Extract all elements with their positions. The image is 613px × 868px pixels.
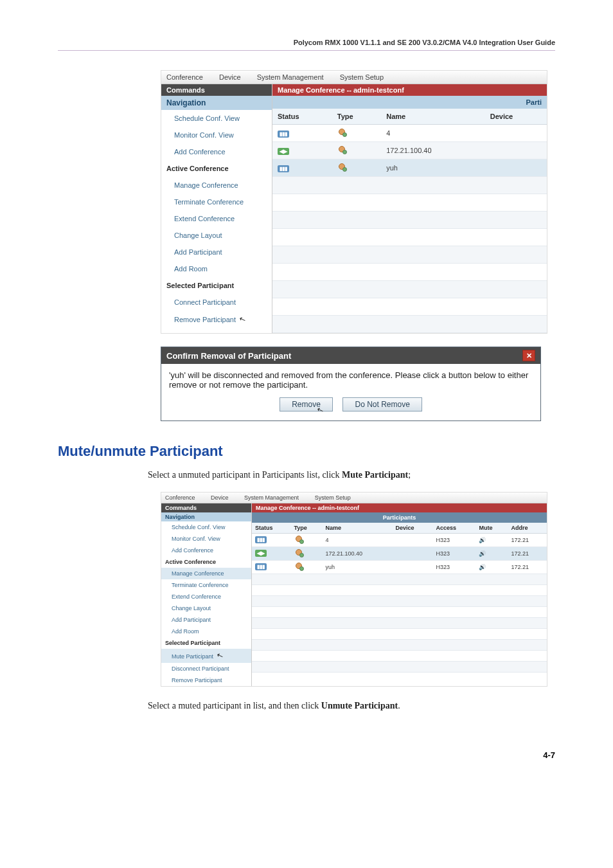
speaker-on-icon: 🔊 bbox=[479, 564, 486, 570]
remove-button[interactable]: Remove ↖ bbox=[280, 397, 333, 411]
doc-header: Polycom RMX 1000 V1.1.1 and SE 200 V3.0.… bbox=[58, 39, 555, 46]
table-row bbox=[252, 574, 547, 584]
table-row bbox=[252, 661, 547, 672]
commands-bar: Commands bbox=[161, 503, 251, 512]
table-row bbox=[252, 584, 547, 595]
nav-extend-conference[interactable]: Extend Conference bbox=[161, 591, 251, 602]
cursor-arrow-icon: ↖ bbox=[238, 314, 247, 325]
nav-manage-conference[interactable]: Manage Conference bbox=[161, 568, 251, 579]
table-row[interactable]: ▮▮▮ 4 bbox=[272, 125, 547, 142]
nav-terminate-conference[interactable]: Terminate Conference bbox=[161, 579, 251, 591]
body-text-segment: ; bbox=[408, 470, 411, 480]
table-row[interactable]: ◀▶ 172.21.100.40 bbox=[272, 142, 547, 159]
cursor-arrow-icon: ↖ bbox=[215, 650, 224, 661]
speaker-off-icon: 🔊 bbox=[479, 550, 486, 557]
body-text-segment: Select a unmuted participant in Particip… bbox=[148, 470, 342, 480]
table-row bbox=[272, 194, 547, 212]
body-text-segment: Select a muted participant in list, and … bbox=[148, 701, 321, 710]
nav-extend-conference[interactable]: Extend Conference bbox=[161, 210, 272, 227]
body-text-unmute: Select a muted participant in list, and … bbox=[148, 700, 542, 712]
nav-add-conference[interactable]: Add Conference bbox=[161, 143, 272, 160]
participant-type-icon bbox=[337, 163, 346, 171]
table-row[interactable]: ◀▶ 172.21.100.40 H323 🔊 172.21 bbox=[252, 547, 547, 560]
status-badge-icon: ◀▶ bbox=[278, 148, 289, 155]
nav-change-layout[interactable]: Change Layout bbox=[161, 227, 272, 244]
cursor-arrow-icon: ↖ bbox=[315, 405, 324, 416]
navigation-title: Navigation bbox=[161, 96, 272, 110]
cell-addr: 172.21 bbox=[508, 547, 547, 560]
table-row bbox=[252, 617, 547, 628]
menu-conference[interactable]: Conference bbox=[166, 73, 203, 81]
participants-table: Status Type Name Device ▮▮▮ 4 ◀▶ bbox=[272, 109, 547, 333]
table-row bbox=[252, 639, 547, 650]
table-row[interactable]: ▮▮▮ yuh bbox=[272, 159, 547, 177]
menu-system-management[interactable]: System Management bbox=[257, 73, 324, 81]
nav-monitor-conf-view[interactable]: Monitor Conf. View bbox=[161, 127, 272, 143]
nav-add-conference[interactable]: Add Conference bbox=[161, 545, 251, 556]
do-not-remove-button[interactable]: Do Not Remove bbox=[342, 397, 422, 411]
menu-system-management[interactable]: System Management bbox=[244, 494, 299, 501]
section-heading-mute-unmute: Mute/unmute Participant bbox=[58, 443, 555, 460]
manage-conf-title: Manage Conference -- admin-testconf bbox=[252, 503, 547, 512]
status-badge-icon: ▮▮▮ bbox=[255, 536, 267, 543]
col-device[interactable]: Device bbox=[392, 523, 432, 534]
cell-name: 4 bbox=[381, 125, 485, 142]
participant-type-icon bbox=[337, 129, 346, 136]
col-name[interactable]: Name bbox=[322, 523, 392, 534]
menubar: Conference Device System Management Syst… bbox=[161, 71, 547, 84]
col-access[interactable]: Access bbox=[432, 523, 475, 534]
nav-add-participant[interactable]: Add Participant bbox=[161, 614, 251, 626]
participant-type-icon bbox=[294, 563, 303, 570]
nav-selected-participant: Selected Participant bbox=[161, 637, 251, 649]
table-row[interactable]: ▮▮▮ yuh H323 🔊 172.21 bbox=[252, 560, 547, 574]
close-icon[interactable]: ✕ bbox=[522, 350, 535, 361]
speaker-on-icon: 🔊 bbox=[479, 537, 486, 543]
col-device[interactable]: Device bbox=[485, 109, 547, 125]
col-type[interactable]: Type bbox=[332, 109, 381, 125]
table-row bbox=[252, 595, 547, 606]
col-name[interactable]: Name bbox=[381, 109, 485, 125]
dialog-title: Confirm Removal of Participant bbox=[166, 351, 291, 361]
body-text-mute: Select a unmuted participant in Particip… bbox=[148, 469, 542, 482]
menu-system-setup[interactable]: System Setup bbox=[340, 73, 384, 81]
col-status[interactable]: Status bbox=[252, 523, 291, 534]
menu-system-setup[interactable]: System Setup bbox=[315, 494, 351, 501]
nav-schedule-conf-view[interactable]: Schedule Conf. View bbox=[161, 521, 251, 533]
table-row bbox=[272, 177, 547, 194]
menu-device[interactable]: Device bbox=[211, 494, 229, 501]
table-row bbox=[272, 298, 547, 316]
table-row[interactable]: ▮▮▮ 4 H323 🔊 172.21 bbox=[252, 533, 547, 547]
nav-disconnect-participant[interactable]: Disconnect Participant bbox=[161, 663, 251, 674]
nav-monitor-conf-view[interactable]: Monitor Conf. View bbox=[161, 533, 251, 545]
col-type[interactable]: Type bbox=[291, 523, 323, 534]
unmute-participant-strong: Unmute Participant bbox=[321, 701, 398, 710]
nav-remove-participant[interactable]: Remove Participant ↖ bbox=[161, 311, 272, 329]
nav-manage-conference[interactable]: Manage Conference bbox=[161, 177, 272, 194]
menu-conference[interactable]: Conference bbox=[165, 494, 195, 501]
nav-add-room[interactable]: Add Room bbox=[161, 260, 272, 277]
menu-device[interactable]: Device bbox=[219, 73, 241, 81]
page-footer: 4-7 bbox=[58, 750, 555, 760]
main-panel: Manage Conference -- admin-testconf Part… bbox=[251, 503, 547, 686]
nav-add-participant[interactable]: Add Participant bbox=[161, 244, 272, 260]
nav-mute-participant[interactable]: Mute Participant ↖ bbox=[161, 649, 251, 663]
sidebar: Commands Navigation Schedule Conf. View … bbox=[161, 503, 251, 686]
nav-terminate-conference[interactable]: Terminate Conference bbox=[161, 194, 272, 210]
mute-participant-strong: Mute Participant bbox=[342, 470, 408, 480]
nav-remove-participant[interactable]: Remove Participant bbox=[161, 674, 251, 686]
nav-selected-participant: Selected Participant bbox=[161, 277, 272, 294]
participants-table: Status Type Name Device Access Mute Addr… bbox=[252, 523, 547, 673]
nav-active-conference: Active Conference bbox=[161, 160, 272, 177]
col-addre[interactable]: Addre bbox=[508, 523, 547, 534]
col-status[interactable]: Status bbox=[272, 109, 332, 125]
cell-name: yuh bbox=[381, 159, 485, 177]
table-row bbox=[272, 316, 547, 333]
nav-schedule-conf-view[interactable]: Schedule Conf. View bbox=[161, 110, 272, 127]
nav-add-room[interactable]: Add Room bbox=[161, 626, 251, 637]
col-mute[interactable]: Mute bbox=[475, 523, 508, 534]
nav-change-layout[interactable]: Change Layout bbox=[161, 602, 251, 614]
participants-bar: Participants bbox=[252, 512, 547, 523]
nav-connect-participant[interactable]: Connect Participant bbox=[161, 294, 272, 311]
body-text-segment: . bbox=[398, 701, 400, 710]
manage-conf-title: Manage Conference -- admin-testconf bbox=[272, 84, 547, 96]
